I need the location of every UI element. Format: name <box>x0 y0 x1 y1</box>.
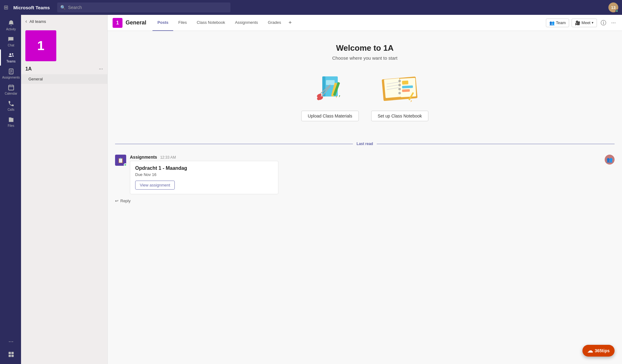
svg-point-1 <box>12 53 13 55</box>
svg-point-0 <box>9 54 11 55</box>
tips-badge[interactable]: ☁ 365tips <box>582 345 615 357</box>
message-card: Opdracht 1 - Maandag Due Nov 16 View ass… <box>130 161 278 194</box>
tips-badge-label: 365tips <box>595 348 610 353</box>
sidebar-item-activity[interactable]: Activity <box>0 17 21 33</box>
meet-button[interactable]: 🎥 Meet ▾ <box>572 19 597 27</box>
welcome-title: Welcome to 1A <box>336 43 394 53</box>
more-options-button[interactable]: ··· <box>610 18 617 27</box>
sidebar-item-activity-label: Activity <box>6 28 16 31</box>
teams-panel: ‹ All teams 1 1A ··· General <box>21 15 108 364</box>
svg-point-37 <box>398 88 401 90</box>
sidebar-item-chat[interactable]: Chat <box>0 33 21 49</box>
tab-class-notebook[interactable]: Class Notebook <box>192 15 230 31</box>
welcome-card-notebook: Set up Class Notebook <box>371 72 428 121</box>
reply-row[interactable]: ↩ Reply <box>108 197 622 205</box>
message-time: 12:33 AM <box>160 155 176 160</box>
meet-icon: 🎥 <box>575 20 580 25</box>
tab-files[interactable]: Files <box>173 15 191 31</box>
search-input[interactable] <box>68 5 227 10</box>
assignment-due: Due Nov 16 <box>135 172 273 177</box>
right-avatar-icon: 👥 <box>607 157 613 163</box>
sidebar-item-more[interactable]: ··· <box>6 335 16 347</box>
team-view-button[interactable]: 👥 Team <box>546 19 569 27</box>
svg-marker-24 <box>338 95 340 98</box>
message-header: Assignments 12:33 AM <box>130 155 601 160</box>
main-content: 1 General Posts Files Class Notebook Ass… <box>108 15 622 364</box>
class-notebook-illustration <box>381 72 418 106</box>
svg-point-36 <box>398 84 401 86</box>
add-tab-button[interactable]: + <box>286 19 294 26</box>
app-title: Microsoft Teams <box>13 5 50 10</box>
tab-posts[interactable]: Posts <box>152 15 173 31</box>
view-team-icon: 👥 <box>549 20 555 25</box>
welcome-section: Welcome to 1A Choose where you want to s… <box>108 31 622 138</box>
messages-area: 📋 Assignments 12:33 AM Opdracht 1 - Maan… <box>108 150 622 208</box>
view-assignment-button[interactable]: View assignment <box>135 181 175 190</box>
all-teams-header[interactable]: ‹ All teams <box>21 15 107 28</box>
assignments-avatar-icon: 📋 <box>118 157 124 163</box>
setup-notebook-button[interactable]: Set up Class Notebook <box>371 111 428 121</box>
main-layout: Activity Chat Teams Assignments Calendar… <box>0 15 622 364</box>
reply-label: Reply <box>120 199 131 203</box>
avatar[interactable]: 13 <box>608 2 618 12</box>
svg-rect-11 <box>11 352 13 354</box>
content-area: Welcome to 1A Choose where you want to s… <box>108 31 622 364</box>
sidebar: Activity Chat Teams Assignments Calendar… <box>0 15 21 364</box>
upload-materials-button[interactable]: Upload Class Materials <box>301 111 359 121</box>
search-icon: 🔍 <box>60 5 66 10</box>
channel-team-badge: 1 <box>113 18 122 28</box>
svg-point-38 <box>398 92 401 94</box>
last-read-line-right <box>377 144 615 144</box>
last-read-label: Last read <box>357 142 373 146</box>
channel-name: General <box>126 19 146 26</box>
online-status-dot <box>616 10 618 12</box>
team-avatar: 1 <box>25 30 56 61</box>
sidebar-item-calendar-label: Calendar <box>5 92 17 95</box>
svg-rect-16 <box>326 80 335 85</box>
message-sender: Assignments <box>130 155 157 160</box>
upload-materials-illustration <box>311 72 349 106</box>
tab-assignments[interactable]: Assignments <box>230 15 263 31</box>
meet-dropdown-icon[interactable]: ▾ <box>592 21 594 25</box>
team-name: 1A <box>25 66 32 72</box>
reply-icon: ↩ <box>115 199 118 203</box>
tab-grades[interactable]: Grades <box>263 15 286 31</box>
sidebar-item-teams[interactable]: Teams <box>0 49 21 66</box>
team-more-button[interactable]: ··· <box>99 66 103 72</box>
svg-point-25 <box>317 97 320 100</box>
cloud-icon: ☁ <box>587 347 593 354</box>
all-teams-label: All teams <box>29 19 46 24</box>
sidebar-item-calendar[interactable]: Calendar <box>0 82 21 98</box>
channel-item-general[interactable]: General <box>21 74 107 84</box>
info-button[interactable]: ⓘ <box>599 18 607 28</box>
tabs-toolbar: 👥 Team 🎥 Meet ▾ ⓘ ··· <box>546 18 617 28</box>
teams-icon <box>8 52 15 59</box>
sidebar-item-apps[interactable] <box>6 349 16 360</box>
bell-icon <box>8 20 15 27</box>
svg-rect-32 <box>402 80 409 84</box>
svg-point-35 <box>398 80 401 82</box>
team-name-row: 1A ··· <box>21 64 107 74</box>
last-read-divider: Last read <box>108 138 622 150</box>
welcome-card-upload: Upload Class Materials <box>301 72 359 121</box>
svg-rect-12 <box>8 355 11 357</box>
message-status-dot <box>124 163 127 166</box>
assignments-icon <box>8 68 15 75</box>
last-read-line-left <box>115 144 353 144</box>
sidebar-item-teams-label: Teams <box>6 60 15 63</box>
search-bar[interactable]: 🔍 <box>57 2 230 12</box>
svg-rect-13 <box>11 355 13 357</box>
sidebar-item-chat-label: Chat <box>8 44 14 47</box>
grid-icon[interactable]: ⊞ <box>4 4 8 11</box>
calendar-icon <box>8 84 15 91</box>
sidebar-item-calls-label: Calls <box>7 108 14 111</box>
table-row: 📋 Assignments 12:33 AM Opdracht 1 - Maan… <box>108 152 622 197</box>
sidebar-item-calls[interactable]: Calls <box>0 98 21 114</box>
sidebar-item-files[interactable]: Files <box>0 114 21 130</box>
welcome-subtitle: Choose where you want to start <box>332 55 397 61</box>
more-apps-icon: ··· <box>8 338 14 345</box>
assignment-title: Opdracht 1 - Maandag <box>135 165 273 171</box>
sidebar-item-assignments[interactable]: Assignments <box>0 66 21 82</box>
back-arrow-icon[interactable]: ‹ <box>25 19 27 24</box>
sidebar-item-assignments-label: Assignments <box>2 76 20 79</box>
